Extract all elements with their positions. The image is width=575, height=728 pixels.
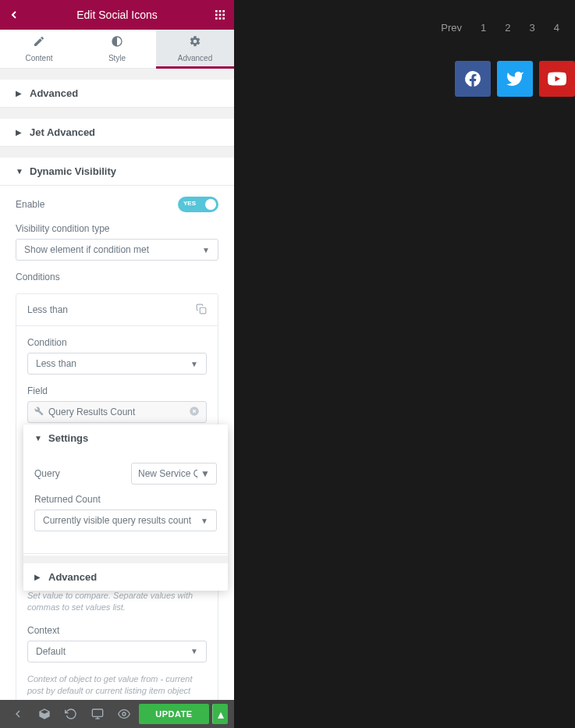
scroll-area[interactable]: ▶ Advanced ▶ Jet Advanced ▼ Dynamic Visi… (0, 69, 234, 700)
update-options[interactable]: ▴ (212, 704, 228, 724)
svg-rect-0 (215, 10, 218, 12)
editor-panel: Edit Social Icons Content Style Advanced… (0, 0, 234, 728)
popover-advanced-header[interactable]: ▶ Advanced (23, 563, 228, 591)
youtube-button[interactable] (539, 61, 575, 97)
tab-style[interactable]: Style (78, 30, 156, 68)
pagination-page[interactable]: 2 (505, 22, 510, 34)
facebook-button[interactable] (455, 61, 491, 97)
context-select[interactable]: Default ▼ (27, 641, 207, 662)
svg-rect-1 (219, 10, 222, 12)
field-dynamic-tag[interactable]: Query Results Count (27, 401, 207, 423)
tab-label: Style (108, 54, 126, 62)
value-help: Set value to compare. Separate values wi… (27, 590, 207, 614)
section-dynamic-visibility[interactable]: ▼ Dynamic Visibility (0, 158, 234, 186)
chevron-down-icon: ▼ (190, 647, 198, 655)
pencil-icon (33, 35, 45, 51)
condition-select[interactable]: Less than ▼ (27, 353, 207, 375)
svg-rect-7 (219, 17, 222, 20)
tab-content[interactable]: Content (0, 30, 78, 68)
chevron-down-icon: ▼ (201, 517, 208, 525)
dynamic-tag-popover: ▼ Settings Query New Service Que ▼ Retur… (23, 424, 228, 591)
caret-right-icon: ▶ (16, 128, 22, 137)
enable-toggle[interactable]: YES (178, 197, 218, 212)
panel-footer: UPDATE ▴ (0, 700, 234, 728)
context-label: Context (27, 625, 207, 636)
panel-header: Edit Social Icons (0, 0, 234, 30)
chevron-down-icon: ▼ (201, 468, 210, 479)
tab-label: Content (25, 54, 52, 62)
conditions-label: Conditions (16, 272, 218, 282)
section-jet-advanced[interactable]: ▶ Jet Advanced (0, 119, 234, 147)
enable-label: Enable (16, 199, 44, 210)
popover-settings-header[interactable]: ▼ Settings (23, 424, 228, 452)
chevron-down-icon: ▼ (202, 246, 210, 254)
svg-rect-6 (215, 17, 218, 20)
svg-rect-4 (219, 14, 222, 16)
responsive-icon[interactable] (86, 703, 109, 725)
pagination-prev[interactable]: Prev (441, 22, 462, 34)
tab-label: Advanced (178, 54, 212, 62)
svg-rect-2 (222, 10, 225, 12)
pagination-page[interactable]: 4 (554, 22, 559, 34)
back-icon[interactable] (8, 9, 20, 21)
visibility-type-label: Visibility condition type (16, 223, 218, 234)
condition-label: Condition (27, 337, 207, 348)
caret-down-icon: ▼ (34, 434, 41, 442)
twitter-button[interactable] (497, 61, 533, 97)
pagination: Prev 1 2 3 4 (441, 22, 559, 34)
query-label: Query (34, 468, 60, 479)
section-advanced[interactable]: ▶ Advanced (0, 80, 234, 108)
svg-rect-8 (222, 17, 225, 20)
social-icons (455, 61, 575, 97)
wrench-icon (34, 407, 44, 418)
chevron-down-icon: ▼ (190, 360, 198, 368)
navigator-icon[interactable] (33, 703, 56, 725)
svg-rect-5 (222, 14, 225, 16)
visibility-type-select[interactable]: Show element if condition met ▼ (16, 239, 218, 261)
returned-count-label: Returned Count (34, 494, 217, 505)
caret-right-icon: ▶ (34, 573, 41, 581)
caret-down-icon: ▼ (16, 167, 22, 176)
context-help: Context of object to get value from - cu… (27, 673, 207, 698)
pagination-page[interactable]: 3 (530, 22, 535, 34)
query-select[interactable]: New Service Que ▼ (131, 463, 217, 485)
caret-right-icon: ▶ (16, 89, 22, 98)
history-icon[interactable] (59, 703, 83, 725)
svg-point-14 (122, 712, 126, 716)
panel-title: Edit Social Icons (20, 9, 214, 21)
tab-advanced[interactable]: Advanced (156, 30, 234, 68)
field-label: Field (27, 385, 207, 396)
update-button[interactable]: UPDATE (139, 704, 209, 724)
contrast-icon (111, 35, 123, 51)
gear-icon (189, 35, 201, 51)
svg-rect-3 (215, 14, 218, 16)
settings-icon[interactable] (6, 703, 30, 725)
preview-icon[interactable] (112, 703, 136, 725)
apps-icon[interactable] (214, 9, 226, 21)
returned-count-select[interactable]: Currently visible query results count ▼ (34, 510, 217, 531)
pagination-page[interactable]: 1 (481, 22, 486, 34)
clear-icon[interactable] (189, 406, 200, 419)
tabs: Content Style Advanced (0, 30, 234, 69)
svg-rect-9 (200, 307, 206, 314)
copy-icon[interactable] (196, 304, 207, 317)
condition-header[interactable]: Less than (16, 294, 218, 325)
preview-canvas: Prev 1 2 3 4 Edit (234, 0, 575, 728)
svg-rect-11 (92, 709, 102, 716)
